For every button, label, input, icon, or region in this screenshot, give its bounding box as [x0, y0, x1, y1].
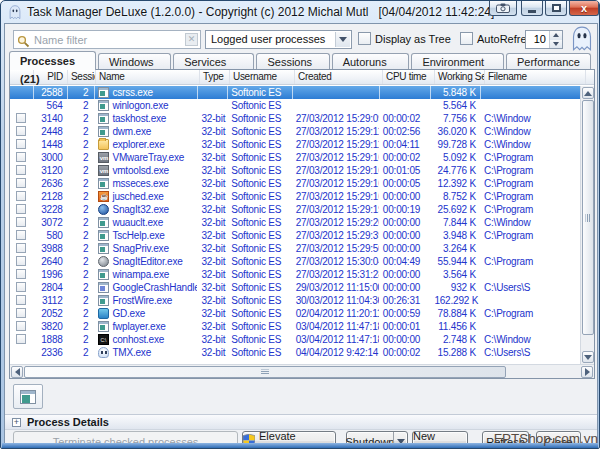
column-header-username[interactable]: Username [230, 70, 295, 84]
table-row[interactable]: 32282SnagIt32.exe32-bitSoftonic ES27/03/… [10, 203, 581, 216]
table-row[interactable]: 31402taskhost.exe32-bitSoftonic ES27/03/… [10, 112, 581, 125]
refresh-interval-spinner[interactable]: 10 [525, 30, 563, 49]
column-header-created[interactable]: Created [295, 70, 383, 84]
display-as-tree-option[interactable]: Display as Tree [358, 32, 451, 45]
row-checkbox[interactable] [16, 269, 26, 279]
tab-environment-31[interactable]: Environment (31) [411, 53, 504, 70]
row-checkbox[interactable] [16, 165, 26, 175]
scroll-up-button[interactable] [582, 87, 594, 99]
elevate-privileges-button[interactable]: Elevate privileges [242, 431, 336, 449]
table-row[interactable]: 21282jusched.exe32-bitSoftonic ES27/03/2… [10, 190, 581, 203]
row-checkbox[interactable] [16, 308, 26, 318]
row-checkbox[interactable] [16, 282, 26, 292]
table-row[interactable]: 25882csrss.exeSoftonic ES5.848 K [10, 86, 581, 99]
name-filter-input[interactable] [34, 32, 182, 47]
cell-username: Softonic ES [228, 281, 292, 294]
cell-name: jusched.exe [95, 190, 198, 203]
table-row[interactable]: 31122FrostWire.exe32-bitSoftonic ES30/03… [10, 294, 581, 307]
screenshot-button[interactable] [489, 1, 517, 16]
shutdown-dropdown-arrow[interactable] [393, 432, 407, 449]
cell-pid: 2636 [34, 177, 68, 190]
table-row[interactable]: 19962winampa.exe32-bitSoftonic ES27/03/2… [10, 268, 581, 281]
maximize-button[interactable] [545, 1, 567, 16]
row-checkbox[interactable] [16, 152, 26, 162]
table-row[interactable]: 28042GoogleCrashHandler....32-bitSoftoni… [10, 281, 581, 294]
row-checkbox[interactable] [16, 204, 26, 214]
row-checkbox[interactable] [16, 256, 26, 266]
cell-username: Softonic ES [228, 99, 292, 112]
column-header-name[interactable]: Name [96, 70, 200, 84]
shutdown-button[interactable]: Shutdown [346, 431, 408, 449]
tab-windows-0[interactable]: Windows (0) [98, 53, 171, 70]
table-row[interactable]: 38202fwplayer.exe32-bitSoftonic ES03/04/… [10, 320, 581, 333]
cell-working-set: 25.692 K [431, 203, 481, 216]
vertical-scroll-thumb[interactable] [582, 100, 594, 335]
table-row[interactable]: 26402SnagItEditor.exe32-bitSoftonic ES27… [10, 255, 581, 268]
terminate-checked-button[interactable]: Terminate checked processes [13, 431, 238, 449]
cell-cpu-time: 00:00:02 [380, 112, 432, 125]
process-scope-dropdown[interactable]: Logged user processes [205, 30, 352, 49]
row-checkbox[interactable] [16, 243, 26, 253]
tab-autoruns-15[interactable]: Autoruns (15) [332, 53, 410, 70]
new-task-button[interactable]: New task... [412, 431, 468, 449]
scroll-left-button[interactable] [11, 366, 23, 378]
tab-processes-21[interactable]: Processes (21) [9, 51, 96, 70]
horizontal-scrollbar[interactable] [10, 364, 594, 378]
row-checkbox[interactable] [16, 217, 26, 227]
display-as-tree-checkbox[interactable] [358, 32, 371, 45]
row-checkbox[interactable] [16, 178, 26, 188]
row-checkbox[interactable] [16, 321, 26, 331]
table-row[interactable]: 30002VMwareTray.exe32-bitSoftonic ES27/0… [10, 151, 581, 164]
column-header-session[interactable]: Session [68, 70, 96, 84]
row-checkbox[interactable] [16, 230, 26, 240]
cell-username: Softonic ES [228, 346, 292, 359]
vertical-scrollbar[interactable] [580, 86, 594, 364]
cell-created: 02/04/2012 11:20:11 [293, 307, 380, 320]
minimize-button[interactable] [521, 1, 543, 16]
tab-services-156[interactable]: Services (156) [173, 53, 254, 70]
row-checkbox[interactable] [16, 113, 26, 123]
table-row[interactable]: 18882conhost.exe32-bitSoftonic ES03/04/2… [10, 333, 581, 346]
spinner-down-button[interactable] [550, 40, 562, 49]
table-row[interactable]: 39882SnagPriv.exe32-bitSoftonic ES27/03/… [10, 242, 581, 255]
cell-cpu-time: 00:00:00 [380, 333, 432, 346]
app-window: Task Manager DeLuxe (1.2.0.0) - Copyrigh… [0, 0, 600, 449]
cell-username: Softonic ES [228, 151, 292, 164]
row-checkbox[interactable] [16, 295, 26, 305]
scroll-right-button[interactable] [581, 366, 593, 378]
expand-plus-icon[interactable]: + [12, 418, 21, 427]
row-checkbox[interactable] [16, 191, 26, 201]
tab-sessions-2[interactable]: Sessions (2) [256, 53, 329, 70]
table-row[interactable]: 24482dwm.exe32-bitSoftonic ES27/03/2012 … [10, 125, 581, 138]
close-window-button[interactable]: x [569, 1, 599, 16]
table-row[interactable]: 30722wuauclt.exe32-bitSoftonic ES27/03/2… [10, 216, 581, 229]
cell-working-set: 55.944 K [431, 255, 481, 268]
column-header-type[interactable]: Type [200, 70, 230, 84]
selected-process-icon-button[interactable] [13, 384, 43, 409]
column-header-cpu-time[interactable]: CPU time [383, 70, 435, 84]
table-row[interactable]: 31202vmtoolsd.exe32-bitSoftonic ES27/03/… [10, 164, 581, 177]
column-header-working-set[interactable]: Working Set [435, 70, 485, 84]
tab-performance[interactable]: Performance [506, 53, 591, 70]
scroll-down-button[interactable] [582, 351, 594, 363]
spinner-up-button[interactable] [550, 31, 562, 40]
table-row[interactable]: 5642winlogon.exeSoftonic ES5.564 K [10, 99, 581, 112]
cell-session: 2 [68, 242, 96, 255]
horizontal-scroll-thumb[interactable] [24, 366, 506, 378]
table-row[interactable]: 20522GD.exe32-bitSoftonic ES02/04/2012 1… [10, 307, 581, 320]
cell-type: 32-bit [198, 190, 228, 203]
clear-filter-icon[interactable]: ✕ [185, 33, 198, 46]
cell-working-set: 5.564 K [431, 99, 481, 112]
app-process-icon [98, 243, 109, 254]
column-header-filename[interactable]: Filename [485, 70, 586, 84]
autorefresh-checkbox[interactable] [460, 32, 473, 45]
row-checkbox[interactable] [16, 126, 26, 136]
table-row[interactable]: 23362TMX.exe32-bitSoftonic ES04/04/2012 … [10, 346, 581, 359]
table-row[interactable]: 14482explorer.exe32-bitSoftonic ES27/03/… [10, 138, 581, 151]
process-details-panel[interactable]: + Process Details [5, 414, 597, 430]
cell-type: 32-bit [198, 216, 228, 229]
row-checkbox[interactable] [16, 334, 26, 344]
row-checkbox[interactable] [16, 139, 26, 149]
table-row[interactable]: 26362msseces.exe32-bitSoftonic ES27/03/2… [10, 177, 581, 190]
table-row[interactable]: 5802TscHelp.exe32-bitSoftonic ES27/03/20… [10, 229, 581, 242]
